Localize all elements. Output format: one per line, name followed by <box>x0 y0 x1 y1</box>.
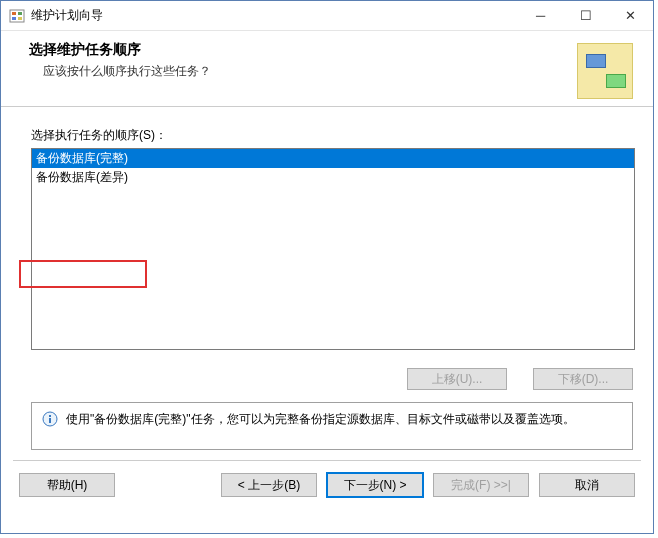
list-label: 选择执行任务的顺序(S)： <box>31 127 633 144</box>
move-up-button[interactable]: 上移(U)... <box>407 368 507 390</box>
info-icon <box>42 411 58 427</box>
page-title: 选择维护任务顺序 <box>29 41 577 59</box>
wizard-footer: 帮助(H) < 上一步(B) 下一步(N) > 完成(F) >>| 取消 <box>1 461 653 509</box>
header-text: 选择维护任务顺序 应该按什么顺序执行这些任务？ <box>29 41 577 80</box>
svg-rect-0 <box>10 10 24 22</box>
window-controls: ─ ☐ ✕ <box>518 1 653 30</box>
info-text: 使用"备份数据库(完整)"任务，您可以为完整备份指定源数据库、目标文件或磁带以及… <box>66 411 575 428</box>
minimize-button[interactable]: ─ <box>518 1 563 30</box>
maximize-button[interactable]: ☐ <box>563 1 608 30</box>
wizard-window: 维护计划向导 ─ ☐ ✕ 选择维护任务顺序 应该按什么顺序执行这些任务？ 选择执… <box>0 0 654 534</box>
svg-rect-7 <box>49 415 51 417</box>
task-order-listbox[interactable]: 备份数据库(完整) 备份数据库(差异) <box>31 148 635 350</box>
info-box: 使用"备份数据库(完整)"任务，您可以为完整备份指定源数据库、目标文件或磁带以及… <box>31 402 633 450</box>
move-buttons-row: 上移(U)... 下移(D)... <box>1 360 653 402</box>
list-item[interactable]: 备份数据库(差异) <box>32 168 634 187</box>
titlebar: 维护计划向导 ─ ☐ ✕ <box>1 1 653 31</box>
svg-rect-6 <box>49 418 51 423</box>
help-button[interactable]: 帮助(H) <box>19 473 115 497</box>
next-button[interactable]: 下一步(N) > <box>327 473 423 497</box>
window-title: 维护计划向导 <box>31 7 518 24</box>
svg-rect-4 <box>18 17 22 20</box>
svg-rect-3 <box>12 17 16 20</box>
wizard-banner-icon <box>577 43 633 99</box>
svg-rect-2 <box>18 12 22 15</box>
wizard-header: 选择维护任务顺序 应该按什么顺序执行这些任务？ <box>1 31 653 107</box>
page-subtitle: 应该按什么顺序执行这些任务？ <box>29 63 577 80</box>
finish-button[interactable]: 完成(F) >>| <box>433 473 529 497</box>
svg-rect-1 <box>12 12 16 15</box>
cancel-button[interactable]: 取消 <box>539 473 635 497</box>
app-icon <box>9 8 25 24</box>
close-button[interactable]: ✕ <box>608 1 653 30</box>
list-item[interactable]: 备份数据库(完整) <box>32 149 634 168</box>
back-button[interactable]: < 上一步(B) <box>221 473 317 497</box>
wizard-body: 选择执行任务的顺序(S)： 备份数据库(完整) 备份数据库(差异) <box>1 107 653 360</box>
move-down-button[interactable]: 下移(D)... <box>533 368 633 390</box>
